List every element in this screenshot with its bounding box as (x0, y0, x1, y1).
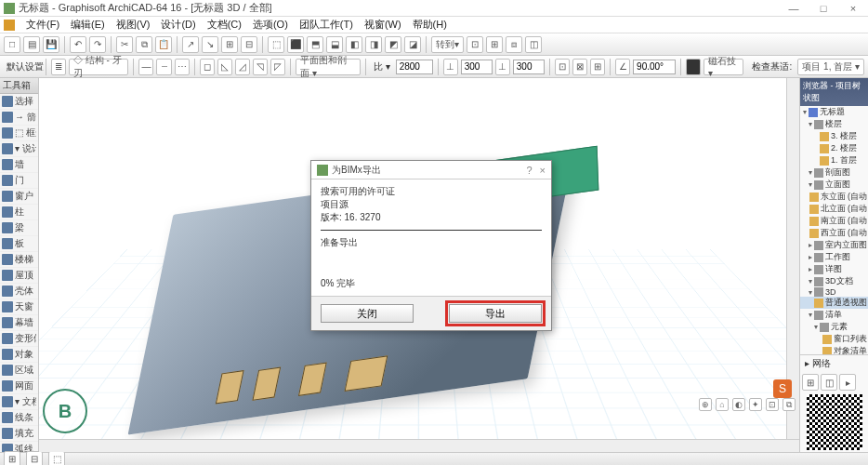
tool-item-15[interactable]: 变形体 (0, 331, 38, 347)
tool-i-icon[interactable]: ◧ (346, 36, 362, 53)
tool-item-16[interactable]: 对象 (0, 347, 38, 363)
tree-toggle-icon[interactable]: ▾ (807, 311, 814, 319)
tree-toggle-icon[interactable]: ▸ (807, 253, 814, 261)
tool-item-6[interactable]: 窗户 (0, 189, 38, 205)
tool-j-icon[interactable]: ◨ (365, 36, 382, 53)
line3-icon[interactable]: ⋯ (175, 59, 190, 75)
scale-input[interactable] (396, 60, 433, 74)
tree-item-14[interactable]: ▾3D文档 (800, 275, 868, 287)
menu-edit[interactable]: 编辑(E) (65, 18, 111, 32)
line1-icon[interactable]: — (138, 59, 153, 75)
tree-toggle-icon[interactable]: ▾ (807, 288, 814, 297)
tree-toggle-icon[interactable]: ▾ (807, 277, 814, 286)
tool-item-3[interactable]: ▾ 说计 (0, 141, 38, 157)
close-button[interactable]: × (842, 2, 864, 15)
dim-icon-2[interactable]: ⊥ (495, 59, 510, 75)
tree-item-0[interactable]: ▾无标题 (800, 106, 868, 118)
line2-icon[interactable]: ┄ (156, 59, 171, 75)
status-icon-2[interactable]: ⊟ (26, 451, 43, 466)
tool-item-11[interactable]: 屋顶 (0, 268, 38, 284)
menu-design[interactable]: 设计(D) (155, 18, 201, 32)
tree-toggle-icon[interactable]: ▸ (807, 265, 814, 273)
tree-toggle-icon[interactable]: ▾ (807, 120, 814, 128)
tool-f-icon[interactable]: ⬛ (287, 36, 304, 53)
horizontal-scrollbar[interactable] (39, 439, 799, 452)
status-icon-3[interactable]: ⬚ (48, 451, 65, 466)
tool-b-icon[interactable]: ↘ (202, 36, 218, 53)
tree-toggle-icon[interactable]: ▸ (807, 241, 814, 249)
tree-item-6[interactable]: ▾立面图 (800, 179, 868, 191)
maximize-button[interactable]: □ (812, 2, 835, 15)
tool-nav2-icon[interactable]: ⊞ (486, 36, 503, 53)
tree-toggle-icon[interactable]: ▾ (807, 168, 814, 177)
tree-item-4[interactable]: 1. 首层 (800, 154, 868, 166)
tool-item-18[interactable]: 网面 (0, 379, 38, 394)
stat-icon-2[interactable]: ⌂ (716, 398, 729, 411)
tree-item-12[interactable]: ▸工作图 (800, 251, 868, 263)
tool-d-icon[interactable]: ⊟ (241, 36, 257, 53)
tool-item-2[interactable]: ⬚ 框选 (0, 126, 38, 141)
tool-item-8[interactable]: 梁 (0, 220, 38, 236)
tree-item-3[interactable]: 2. 楼层 (800, 142, 868, 154)
shape3-icon[interactable]: ◿ (235, 59, 250, 75)
tool-turn-dropdown[interactable]: 转到▾ (431, 36, 464, 53)
tool-item-0[interactable]: 选择 (0, 94, 38, 110)
tool-item-14[interactable]: 幕墙 (0, 315, 38, 331)
tool-a-icon[interactable]: ↗ (182, 36, 199, 53)
dialog-export-button[interactable]: 导出 (449, 304, 542, 323)
tree-item-13[interactable]: ▸详图 (800, 263, 868, 275)
tool-h-icon[interactable]: ⬓ (326, 36, 343, 53)
tool-l-icon[interactable]: ◪ (404, 36, 421, 53)
menu-teamwork[interactable]: 团队工作(T) (294, 18, 359, 32)
dialog-help-icon[interactable]: ? (526, 165, 532, 176)
tree-item-2[interactable]: 3. 楼层 (800, 130, 868, 142)
tree-btn3-icon[interactable]: ▸ (839, 374, 856, 391)
dialog-close-button[interactable]: 关闭 (321, 304, 414, 323)
tool-k-icon[interactable]: ◩ (385, 36, 401, 53)
stat-icon-3[interactable]: ◐ (732, 398, 745, 411)
menu-document[interactable]: 文档(C) (202, 18, 247, 32)
position-dropdown[interactable]: 项目 1, 首层 ▾ (797, 59, 864, 75)
tool-save-icon[interactable]: 💾 (43, 36, 59, 53)
tool-item-17[interactable]: 区域 (0, 363, 38, 379)
geom3-icon[interactable]: ⊞ (590, 59, 605, 75)
tool-item-7[interactable]: 柱 (0, 205, 38, 220)
tool-g-icon[interactable]: ⬒ (307, 36, 323, 53)
dim-input-2[interactable] (513, 60, 545, 74)
tree-item-19[interactable]: 窗口列表 (800, 333, 868, 345)
tree-item-1[interactable]: ▾楼层 (800, 118, 868, 130)
tree-btn1-icon[interactable]: ⊞ (802, 374, 819, 391)
stat-icon-1[interactable]: ⊕ (699, 398, 712, 411)
tree-item-9[interactable]: 南立面 (自动 (800, 215, 868, 227)
geom1-icon[interactable]: ⊡ (555, 59, 570, 75)
tool-copy-icon[interactable]: ⧉ (136, 36, 152, 53)
color-swatch[interactable] (686, 59, 701, 75)
status-icon-1[interactable]: ⊞ (4, 451, 20, 466)
tool-item-10[interactable]: 楼梯 (0, 252, 38, 268)
tree-item-11[interactable]: ▸室内立面图 (800, 239, 868, 251)
struct-dropdown[interactable]: ◇ 结构 - 牙刃 (69, 59, 128, 75)
stat-icon-5[interactable]: ⊡ (766, 398, 779, 411)
tool-open-icon[interactable]: ▤ (23, 36, 40, 53)
tree-toggle-icon[interactable]: ▾ (812, 323, 820, 331)
minimize-button[interactable]: — (783, 2, 805, 15)
angle-input[interactable] (633, 60, 676, 74)
tree-toggle-icon[interactable]: ▾ (801, 108, 809, 116)
tree-item-5[interactable]: ▾剖面图 (800, 166, 868, 179)
tool-item-19[interactable]: ▾ 文档 (0, 394, 38, 410)
tool-new-icon[interactable]: □ (4, 36, 20, 53)
tool-item-12[interactable]: 壳体 (0, 284, 38, 299)
tool-item-21[interactable]: 填充 (0, 426, 38, 442)
tool-undo-icon[interactable]: ↶ (70, 36, 86, 53)
angle-icon[interactable]: ∠ (615, 59, 630, 75)
shape2-icon[interactable]: ◺ (217, 59, 232, 75)
menu-help[interactable]: 帮助(H) (407, 18, 453, 32)
dialog-close-icon[interactable]: × (540, 165, 546, 176)
tool-nav4-icon[interactable]: ◫ (525, 36, 542, 53)
tree-btn2-icon[interactable]: ◫ (821, 374, 837, 391)
menu-window[interactable]: 视窗(W) (359, 18, 407, 32)
tool-cut-icon[interactable]: ✂ (116, 36, 133, 53)
tree-toggle-icon[interactable]: ▾ (807, 180, 814, 189)
dim-icon-1[interactable]: ⊥ (443, 59, 458, 75)
tree-item-15[interactable]: ▾3D (800, 287, 868, 297)
